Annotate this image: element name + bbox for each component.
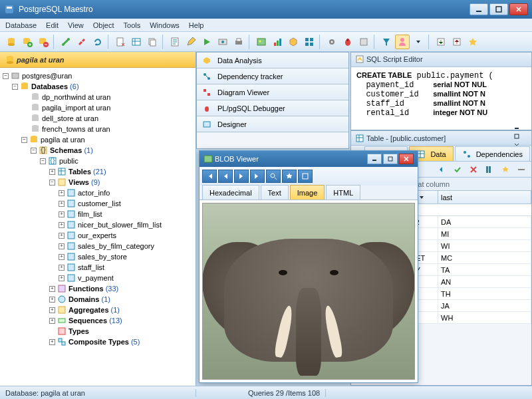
nav-designer[interactable]: Designer xyxy=(197,116,348,132)
tree-composite[interactable]: Composite Types xyxy=(68,338,129,346)
tool-bug-icon[interactable] xyxy=(340,35,355,49)
expand-icon[interactable]: − xyxy=(49,180,55,186)
expand-icon[interactable]: − xyxy=(21,137,27,143)
grid-star-icon[interactable] xyxy=(498,162,513,177)
tool-table-icon[interactable] xyxy=(129,35,144,49)
sql-code[interactable]: CREATE TABLE public.payment ( payment_id… xyxy=(351,67,531,130)
last-button[interactable] xyxy=(250,170,265,183)
nav-debugger[interactable]: PL/pgSQL Debugger xyxy=(197,100,348,116)
menu-database[interactable]: Database xyxy=(5,21,37,29)
expand-icon[interactable]: + xyxy=(59,211,65,217)
prev-button[interactable] xyxy=(218,170,233,183)
next-button[interactable] xyxy=(234,170,249,183)
panel-maximize-button[interactable] xyxy=(514,134,527,143)
tree-view-item[interactable]: actor_info xyxy=(78,189,110,197)
grid-x-icon[interactable] xyxy=(466,162,481,177)
tree-view-item[interactable]: sales_by_store xyxy=(78,253,127,261)
tree-view-item[interactable]: v_payment xyxy=(78,274,114,282)
expand-icon[interactable]: + xyxy=(49,169,55,175)
expand-icon[interactable]: − xyxy=(31,148,37,154)
grid-more-icon[interactable] xyxy=(514,162,529,177)
expand-icon[interactable]: + xyxy=(59,222,65,228)
tool-remove-db-icon[interactable] xyxy=(36,35,51,49)
tool-star-icon[interactable] xyxy=(466,35,480,49)
tree-view-item[interactable]: staff_list xyxy=(78,263,104,271)
tool-dropdown-icon[interactable] xyxy=(411,35,426,49)
panel-minimize-button[interactable] xyxy=(514,124,527,134)
expand-icon[interactable]: + xyxy=(49,307,55,313)
maximize-button[interactable] xyxy=(489,3,508,15)
tool-edit-icon[interactable] xyxy=(184,35,198,49)
tree-db-item[interactable]: pagila_import at uran xyxy=(42,104,110,112)
tool-image-icon[interactable] xyxy=(254,35,269,49)
tree-view-item[interactable]: sales_by_film_category xyxy=(78,242,154,250)
expand-icon[interactable]: + xyxy=(59,265,65,271)
blob-viewer-window[interactable]: BLOB Viewer Hexa xyxy=(199,150,418,383)
menu-object[interactable]: Object xyxy=(93,21,114,29)
expand-icon[interactable]: + xyxy=(59,254,65,260)
tool-refresh-icon[interactable] xyxy=(90,35,105,49)
tree-domains[interactable]: Domains xyxy=(68,295,99,303)
tool-user-icon[interactable] xyxy=(395,35,410,49)
expand-icon[interactable]: − xyxy=(12,84,18,90)
menu-help[interactable]: Help xyxy=(189,21,204,29)
tool-print-icon[interactable] xyxy=(231,35,246,49)
menu-view[interactable]: View xyxy=(68,21,84,29)
tree-view-item[interactable]: nicer_but_slower_film_list xyxy=(78,221,162,229)
tool-config-icon[interactable] xyxy=(215,35,230,49)
tool-import-icon[interactable] xyxy=(450,35,464,49)
tool-gear-icon[interactable] xyxy=(325,35,339,49)
blob-minimize-button[interactable] xyxy=(367,154,382,164)
expand-icon[interactable]: + xyxy=(49,286,55,292)
tool-script-icon[interactable] xyxy=(168,35,182,49)
tree-db-item[interactable]: dell_store at uran xyxy=(42,114,98,122)
tree-databases[interactable]: Databases xyxy=(31,82,68,90)
tree-tables[interactable]: Tables xyxy=(68,168,91,176)
expand-icon[interactable]: + xyxy=(59,275,65,281)
tree-functions[interactable]: Functions xyxy=(68,285,104,293)
zoom-button[interactable] xyxy=(266,170,281,183)
tool-add-db-icon[interactable] xyxy=(20,35,35,49)
grid-nav-icon[interactable] xyxy=(434,162,449,177)
tool-options-icon[interactable] xyxy=(356,35,371,49)
tool-cube-icon[interactable] xyxy=(286,35,301,49)
tree-db-active[interactable]: pagila at uran xyxy=(41,136,85,144)
object-tree[interactable]: −postgres@uran −Databases (6) dp_northwi… xyxy=(0,68,196,386)
tree-view-item[interactable]: customer_list xyxy=(78,200,121,207)
expand-icon[interactable]: + xyxy=(59,190,65,196)
tool-chart-icon[interactable] xyxy=(270,35,285,49)
dropdown-icon[interactable] xyxy=(419,195,424,200)
tool-run-icon[interactable] xyxy=(200,35,214,49)
star-button[interactable] xyxy=(282,170,297,183)
grid-check-icon[interactable] xyxy=(450,162,465,177)
tool-disconnect-icon[interactable] xyxy=(74,35,89,49)
tree-views[interactable]: Views xyxy=(68,178,89,186)
expand-icon[interactable]: + xyxy=(49,339,55,345)
tree-types[interactable]: Types xyxy=(68,327,89,335)
tab-dependencies[interactable]: Dependencies xyxy=(455,146,530,161)
blob-tab-html[interactable]: HTML xyxy=(326,185,360,200)
col-last[interactable]: last xyxy=(438,191,531,203)
tool-connect-icon[interactable] xyxy=(59,35,73,49)
tool-new-icon[interactable] xyxy=(113,35,128,49)
tree-schemas[interactable]: Schemas xyxy=(50,146,82,154)
tree-view-item[interactable]: our_experts xyxy=(78,231,116,239)
tree-root[interactable]: postgres@uran xyxy=(22,72,72,80)
menu-edit[interactable]: Edit xyxy=(46,21,59,29)
tree-aggregates[interactable]: Aggregates xyxy=(68,306,109,314)
minimize-button[interactable] xyxy=(469,3,488,15)
tree-db-item[interactable]: dp_northwind at uran xyxy=(42,93,110,101)
tree-db-item[interactable]: french_towns at uran xyxy=(42,125,110,133)
expand-icon[interactable]: + xyxy=(49,297,55,303)
blob-tab-text[interactable]: Text xyxy=(261,185,289,200)
tool-grid-icon[interactable] xyxy=(302,35,317,49)
menu-tools[interactable]: Tools xyxy=(124,21,141,29)
blob-tab-hex[interactable]: Hexadecimal xyxy=(202,185,259,200)
tool-db-icon[interactable] xyxy=(4,35,19,49)
menu-windows[interactable]: Windows xyxy=(150,21,180,29)
nav-diagram[interactable]: Diagram Viewer xyxy=(197,84,348,100)
expand-icon[interactable]: + xyxy=(59,233,65,239)
nav-data-analysis[interactable]: Data Analysis xyxy=(197,53,348,68)
first-button[interactable] xyxy=(202,170,217,183)
expand-icon[interactable]: − xyxy=(40,158,46,164)
